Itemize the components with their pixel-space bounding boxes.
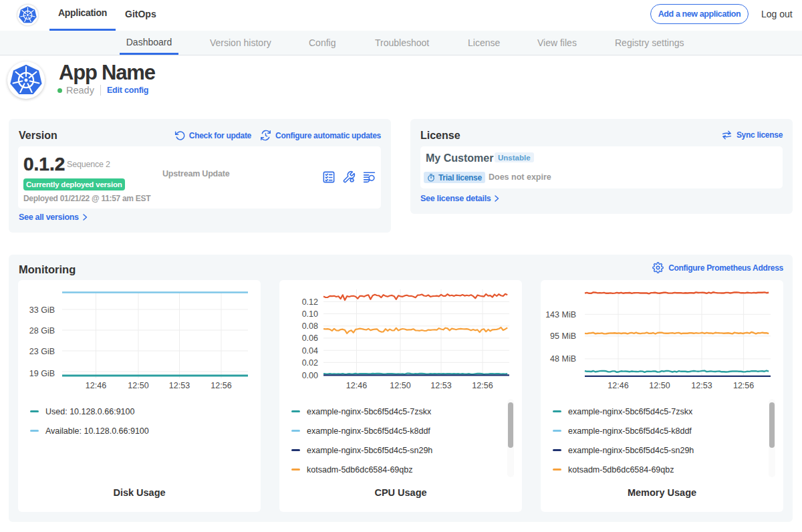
svg-text:12:46: 12:46: [346, 381, 367, 390]
svg-text:12:46: 12:46: [608, 381, 628, 390]
svg-text:0.04: 0.04: [302, 346, 318, 356]
svg-text:19 GiB: 19 GiB: [29, 369, 55, 378]
svg-text:0.08: 0.08: [302, 321, 318, 331]
svg-text:0.00: 0.00: [302, 371, 318, 380]
svg-text:12:56: 12:56: [211, 381, 231, 390]
svg-text:95 MiB: 95 MiB: [550, 331, 576, 341]
svg-text:12:53: 12:53: [691, 381, 712, 390]
svg-text:12:50: 12:50: [390, 381, 410, 390]
svg-text:0.12: 0.12: [302, 297, 318, 307]
svg-text:12:46: 12:46: [86, 381, 106, 390]
svg-text:12:50: 12:50: [128, 381, 148, 390]
svg-text:12:56: 12:56: [733, 381, 754, 390]
svg-text:28 GiB: 28 GiB: [29, 326, 55, 336]
svg-text:33 GiB: 33 GiB: [29, 305, 55, 315]
svg-text:12:50: 12:50: [649, 381, 670, 390]
svg-text:12:53: 12:53: [169, 381, 190, 390]
svg-text:0.06: 0.06: [302, 334, 318, 343]
svg-text:12:56: 12:56: [472, 381, 493, 390]
svg-text:23 GiB: 23 GiB: [29, 347, 55, 356]
svg-text:48 MiB: 48 MiB: [550, 354, 576, 364]
svg-text:0.02: 0.02: [302, 358, 318, 368]
svg-text:0.10: 0.10: [302, 309, 318, 319]
svg-text:12:53: 12:53: [430, 381, 451, 390]
svg-text:143 MiB: 143 MiB: [545, 310, 576, 319]
